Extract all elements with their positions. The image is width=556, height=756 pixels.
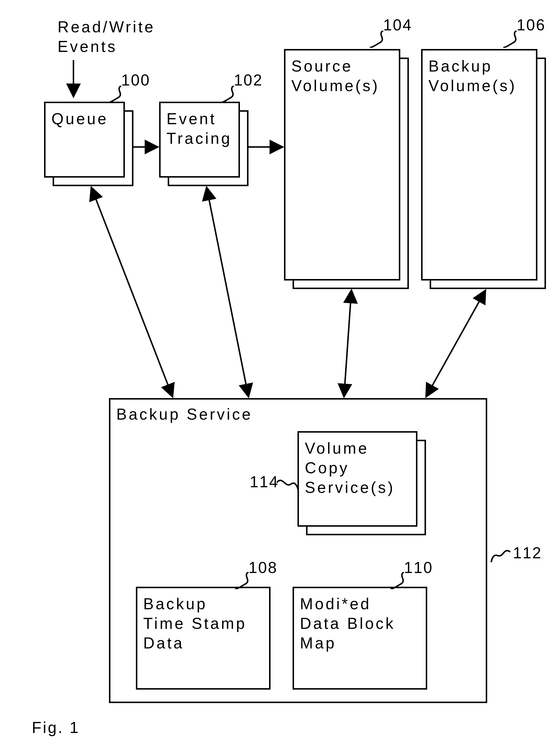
squiggle-icon — [235, 572, 257, 589]
backup-volumes-label: Backup Volume(s) — [428, 56, 517, 96]
volume-copy-box: Volume Copy Service(s) — [298, 431, 417, 527]
squiggle-icon — [390, 572, 413, 589]
volume-copy-label: Volume Copy Service(s) — [305, 438, 395, 497]
squiggle-icon — [277, 475, 299, 492]
queue-box: Queue — [44, 102, 125, 177]
ref-114: 114 — [250, 473, 279, 491]
backup-service-label: Backup Service — [116, 404, 253, 424]
read-write-events-label: Read/Write Events — [58, 17, 155, 56]
event-tracing-label: Event Tracing — [167, 109, 232, 148]
queue-label: Queue — [51, 109, 108, 129]
squiggle-icon — [220, 86, 242, 103]
diagram-canvas: Read/Write Events 100 Queue 102 Event Tr… — [0, 0, 556, 756]
figure-caption: Fig. 1 — [32, 718, 80, 737]
backup-volumes-box: Backup Volume(s) — [421, 49, 537, 281]
backup-timestamp-label: Backup Time Stamp Data — [143, 594, 247, 653]
arrow-backupvol-backupservice — [421, 289, 490, 402]
squiggle-icon — [370, 31, 392, 48]
squiggle-icon — [503, 31, 525, 48]
svg-line-5 — [344, 292, 351, 397]
event-tracing-box: Event Tracing — [159, 102, 240, 177]
svg-line-4 — [207, 189, 248, 397]
arrow-tracing-backupservice — [203, 186, 252, 402]
ref-112: 112 — [513, 544, 542, 562]
arrow-queue-to-tracing — [133, 142, 160, 152]
modified-map-label: Modi*ed Data Block Map — [300, 594, 395, 653]
squiggle-icon — [108, 86, 130, 103]
arrow-queue-backupservice — [88, 186, 176, 402]
squiggle-icon — [490, 545, 512, 562]
arrow-source-backupservice — [338, 289, 357, 402]
source-volumes-label: Source Volume(s) — [291, 56, 380, 96]
svg-line-6 — [426, 292, 485, 397]
source-volumes-box: Source Volume(s) — [284, 49, 400, 281]
arrow-tracing-to-source — [248, 142, 285, 152]
arrow-events-to-queue — [69, 60, 78, 99]
backup-timestamp-box: Backup Time Stamp Data — [136, 587, 271, 690]
svg-line-3 — [92, 189, 173, 397]
modified-map-box: Modi*ed Data Block Map — [292, 587, 427, 690]
